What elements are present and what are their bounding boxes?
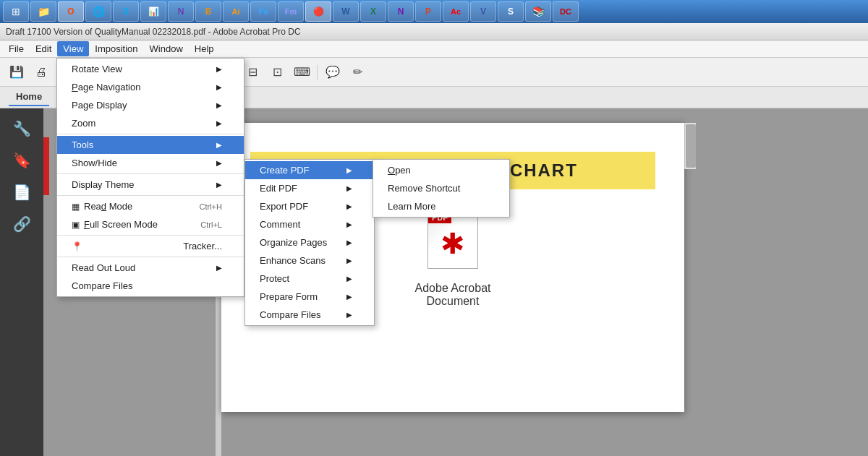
- taskbar-photoshop[interactable]: Ps: [250, 1, 276, 22]
- menu-file[interactable]: File: [3, 41, 30, 56]
- menu-imposition[interactable]: Imposition: [89, 41, 143, 56]
- menu-tools[interactable]: Tools ▶: [57, 136, 244, 154]
- toolbar-comment[interactable]: 💬: [322, 62, 344, 82]
- enhance-scans-arrow: ▶: [346, 257, 352, 264]
- taskbar-lib[interactable]: 📚: [525, 1, 551, 22]
- menu-zoom[interactable]: Zoom ▶: [57, 114, 244, 132]
- menu-full-screen[interactable]: ▣ Full Screen Mode Ctrl+L: [57, 215, 244, 233]
- pdf-symbol: ✱: [441, 227, 465, 260]
- prepare-form-arrow: ▶: [346, 293, 352, 301]
- menu-page-display[interactable]: Page Display ▶: [57, 96, 244, 114]
- taskbar-acrobat2[interactable]: Ac: [443, 1, 469, 22]
- tools-compare-files[interactable]: Compare Files ▶: [245, 306, 374, 324]
- display-theme-arrow: ▶: [216, 181, 222, 189]
- taskbar-acrobat[interactable]: 🔴: [305, 1, 331, 22]
- sidebar-icon-link[interactable]: 🔗: [6, 210, 38, 238]
- toolbar-fit-width[interactable]: ⊟: [242, 62, 263, 82]
- menu-view[interactable]: View: [57, 41, 89, 56]
- page-display-arrow: ▶: [216, 101, 222, 109]
- taskbar-onenote2[interactable]: N: [388, 1, 414, 22]
- menu-read-out-loud[interactable]: Read Out Loud ▶: [57, 259, 244, 277]
- taskbar-folder[interactable]: 📁: [30, 1, 56, 22]
- taskbar-framemaker[interactable]: Fm: [278, 1, 304, 22]
- start-button[interactable]: ⊞: [3, 1, 29, 22]
- prepare-form-label: Prepare Form: [260, 291, 318, 302]
- view-dropdown: Rotate View ▶ Page Navigation ▶ Page Dis…: [56, 58, 244, 297]
- read-out-loud-arrow: ▶: [216, 264, 222, 272]
- menu-window[interactable]: Window: [144, 41, 189, 56]
- full-screen-icon: ▣: [72, 220, 80, 230]
- taskbar-visio[interactable]: V: [470, 1, 496, 22]
- taskbar-chrome[interactable]: 🌐: [85, 1, 111, 22]
- separator-4: [57, 235, 244, 236]
- tools-export-pdf[interactable]: Export PDF ▶: [245, 197, 374, 215]
- menu-read-mode[interactable]: ▦ Read Mode Ctrl+H: [57, 197, 244, 215]
- pdf-icon: PDF ✱: [427, 211, 478, 269]
- display-theme-label: Display Theme: [72, 179, 134, 190]
- tab-home[interactable]: Home: [9, 88, 49, 106]
- tools-enhance-scans[interactable]: Enhance Scans ▶: [245, 251, 374, 270]
- taskbar-powerpoint[interactable]: P: [415, 1, 441, 22]
- menu-show-hide[interactable]: Show/Hide ▶: [57, 154, 244, 172]
- taskbar-excel[interactable]: 📊: [140, 1, 166, 22]
- page-navigation-label: Page Navigation: [72, 82, 140, 93]
- createpdf-learn-more[interactable]: Learn More: [373, 197, 509, 215]
- protect-arrow: ▶: [346, 275, 352, 283]
- organize-pages-arrow: ▶: [346, 238, 352, 246]
- createpdf-dropdown: Open Remove Shortcut Learn More: [373, 159, 510, 218]
- remove-shortcut-label: Remove Shortcut: [388, 183, 460, 194]
- right-scrollbar[interactable]: [684, 123, 696, 169]
- menu-help[interactable]: Help: [189, 41, 220, 56]
- createpdf-remove-shortcut[interactable]: Remove Shortcut: [373, 179, 509, 197]
- tools-edit-pdf[interactable]: Edit PDF ▶: [245, 179, 374, 197]
- menu-rotate-view[interactable]: Rotate View ▶: [57, 60, 244, 78]
- toolbar-read[interactable]: ⌨: [291, 62, 312, 82]
- taskbar-brackets[interactable]: B: [195, 1, 221, 22]
- taskbar-opera[interactable]: O: [58, 1, 84, 22]
- red-side-tab: [43, 137, 49, 195]
- read-mode-icon: ▦: [72, 202, 80, 212]
- sidebar: 🔧 🔖 📄 🔗: [0, 108, 43, 456]
- toolbar-print[interactable]: 🖨: [30, 62, 52, 82]
- menu-page-navigation[interactable]: Page Navigation ▶: [57, 78, 244, 96]
- scroll-thumb[interactable]: [686, 124, 696, 168]
- full-screen-shortcut: Ctrl+L: [200, 220, 222, 229]
- menu-compare-files[interactable]: Compare Files: [57, 277, 244, 295]
- sidebar-icon-bookmark[interactable]: 🔖: [6, 146, 38, 175]
- sidebar-icon-pages[interactable]: 📄: [6, 178, 38, 207]
- tools-comment[interactable]: Comment ▶: [245, 215, 374, 233]
- pdf-label: Adobe AcrobatDocument: [415, 282, 491, 308]
- toolbar-rotate[interactable]: ⊡: [266, 62, 288, 82]
- page-navigation-arrow: ▶: [216, 83, 222, 91]
- sidebar-icon-tools[interactable]: 🔧: [6, 114, 38, 143]
- menubar: File Edit View Imposition Window Help: [0, 40, 868, 58]
- zoom-label: Zoom: [72, 118, 95, 129]
- menu-edit[interactable]: Edit: [30, 41, 57, 56]
- toolbar-save[interactable]: 💾: [6, 62, 27, 82]
- tools-organize-pages[interactable]: Organize Pages ▶: [245, 233, 374, 251]
- tools-protect[interactable]: Protect ▶: [245, 270, 374, 288]
- taskbar-s[interactable]: S: [498, 1, 524, 22]
- taskbar-dc[interactable]: DC: [553, 1, 579, 22]
- enhance-scans-label: Enhance Scans: [260, 255, 326, 266]
- menu-tracker[interactable]: 📍 Tracker...: [57, 237, 244, 255]
- createpdf-open[interactable]: Open: [373, 161, 509, 179]
- learn-more-label: Learn More: [388, 201, 435, 212]
- taskbar-word[interactable]: W: [333, 1, 359, 22]
- show-hide-arrow: ▶: [216, 159, 222, 167]
- title-text: Draft 17100 Version of QualityManual 022…: [6, 27, 301, 37]
- taskbar-excel2[interactable]: X: [360, 1, 386, 22]
- full-screen-label: Full Screen Mode: [84, 219, 186, 230]
- separator-2: [57, 173, 244, 174]
- tools-prepare-form[interactable]: Prepare Form ▶: [245, 288, 374, 306]
- taskbar-onenote[interactable]: N: [168, 1, 194, 22]
- taskbar-illustrator[interactable]: Ai: [223, 1, 249, 22]
- comment-arrow: ▶: [346, 220, 352, 228]
- comment-label: Comment: [260, 219, 300, 230]
- tools-create-pdf[interactable]: Create PDF ▶: [245, 161, 374, 179]
- taskbar-skype[interactable]: S: [113, 1, 139, 22]
- menu-display-theme[interactable]: Display Theme ▶: [57, 176, 244, 194]
- tools-label: Tools: [72, 139, 93, 150]
- toolbar-pen[interactable]: ✏: [346, 62, 368, 82]
- create-pdf-arrow: ▶: [346, 166, 352, 174]
